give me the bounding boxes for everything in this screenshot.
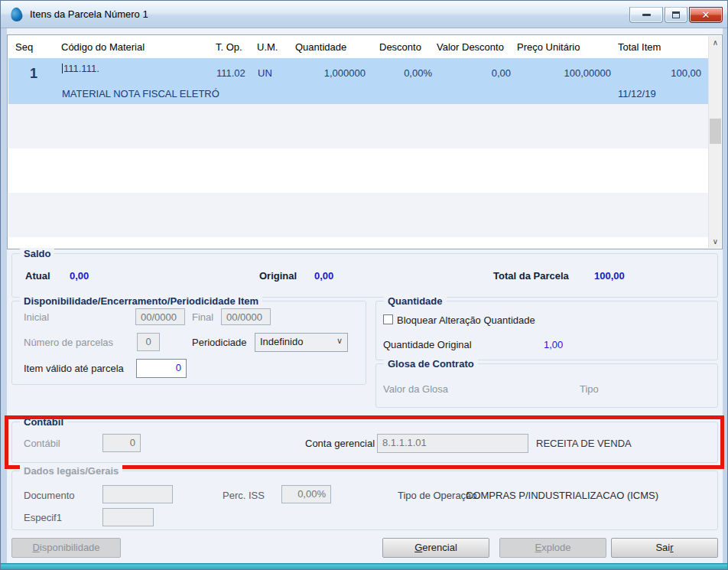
explode-button: Explode <box>499 538 606 558</box>
group-disponibilidade-title: Disponibilidade/Encerramento/Periodicida… <box>20 295 262 307</box>
sair-button[interactable]: Sair <box>611 538 718 558</box>
documento-label: Documento <box>24 490 74 501</box>
group-dados-legais-title: Dados legais/Gerais <box>20 465 122 477</box>
maximize-button[interactable] <box>665 7 687 23</box>
minimize-button[interactable] <box>629 7 663 23</box>
saldo-atual-value: 0,00 <box>70 270 89 282</box>
group-quantidade-title: Quantidade <box>384 295 447 307</box>
bloquear-checkbox-label: Bloquear Alteração Quantidade <box>397 314 535 326</box>
periodicidade-value: Indefinido <box>260 336 303 347</box>
empty-row <box>8 193 710 237</box>
cell-t-op: 111.02 <box>216 67 245 79</box>
especif1-input <box>102 508 154 526</box>
dialog-window: Itens da Parcela Número 1 ✕ Seq Código d… <box>0 0 728 570</box>
col-header-valor-desconto[interactable]: Valor Desconto <box>437 41 504 53</box>
cell-data: 11/12/19 <box>618 88 656 99</box>
disponibilidade-button: Disponibilidade <box>11 538 121 558</box>
saldo-total-label: Total da Parcela <box>493 270 569 282</box>
table-row-selected[interactable]: 1 111.111. 111.02 UN 1,000000 0,00% 0,00… <box>8 58 710 104</box>
num-parcelas-input: 0 <box>137 333 160 351</box>
saldo-original-value: 0,00 <box>314 270 333 282</box>
tipo-operacao-value: COMPRAS P/INDUSTRIALIZACAO (ICMS) <box>466 490 658 501</box>
window-frame-bottom <box>1 563 728 569</box>
col-header-codigo[interactable]: Código do Material <box>61 41 145 53</box>
scrollbar-thumb[interactable] <box>710 119 721 144</box>
item-valido-input[interactable]: 0 <box>136 359 187 378</box>
col-header-preco-unitario[interactable]: Preço Unitário <box>517 41 580 53</box>
periodicidade-combo[interactable]: Indefinido ∨ <box>255 333 348 352</box>
quantidade-original-label: Quantidade Original <box>383 339 472 350</box>
gerencial-button[interactable]: Gerencial <box>382 538 489 558</box>
text-caret <box>62 64 63 73</box>
final-label: Final <box>192 311 213 323</box>
scroll-down-icon[interactable]: ∨ <box>709 235 722 248</box>
especif1-label: Especif1 <box>24 512 62 523</box>
cell-valor-desconto: 0,00 <box>440 67 511 79</box>
saldo-original-label: Original <box>259 270 297 282</box>
group-quantidade: Quantidade <box>375 301 718 360</box>
periodicidade-label: Periodiciade <box>192 337 247 348</box>
inicial-label: Inicial <box>24 311 49 323</box>
vertical-scrollbar[interactable]: ∧ ∨ <box>708 36 721 248</box>
saldo-atual-label: Atual <box>25 270 50 282</box>
cell-seq: 1 <box>8 66 59 82</box>
inicial-input: 00/0000 <box>135 308 185 325</box>
cell-codigo: 111.111. <box>62 63 99 74</box>
minimize-icon <box>642 14 651 16</box>
cell-preco-unitario: 100,00000 <box>515 67 611 79</box>
col-header-seq[interactable]: Seq <box>15 41 33 53</box>
cell-total-item: 100,00 <box>605 67 701 79</box>
documento-input <box>102 485 173 503</box>
perc-iss-label: Perc. ISS <box>223 490 265 501</box>
chevron-down-icon: ∨ <box>336 336 343 346</box>
cell-quantidade: 1,000000 <box>289 67 366 79</box>
highlight-annotation <box>5 415 724 469</box>
saldo-total-value: 100,00 <box>594 270 625 282</box>
col-header-t-op[interactable]: T. Op. <box>216 41 242 53</box>
cell-desconto: 0,00% <box>375 67 432 79</box>
col-header-desconto[interactable]: Desconto <box>379 41 421 53</box>
title-bar[interactable]: Itens da Parcela Número 1 ✕ <box>1 1 728 28</box>
maximize-icon <box>672 11 680 18</box>
quantidade-original-value: 1,00 <box>544 339 563 350</box>
items-grid: Seq Código do Material T. Op. U.M. Quant… <box>7 34 723 249</box>
close-button[interactable]: ✕ <box>689 7 723 23</box>
bloquear-checkbox[interactable] <box>383 314 393 324</box>
cell-descricao: MATERIAL NOTA FISCAL ELETRÓ <box>62 88 219 99</box>
final-input: 00/0000 <box>221 308 271 325</box>
col-header-um[interactable]: U.M. <box>257 41 278 53</box>
group-glosa-title: Glosa de Contrato <box>384 358 478 370</box>
num-parcelas-label: Número de parcelas <box>24 337 113 348</box>
cell-um: UN <box>258 67 272 79</box>
col-header-total-item[interactable]: Total Item <box>618 41 661 53</box>
scroll-up-icon[interactable]: ∧ <box>709 36 722 49</box>
item-valido-label: Item válido até parcela <box>24 363 124 374</box>
col-header-quantidade[interactable]: Quantidade <box>295 41 346 53</box>
app-icon <box>9 6 24 22</box>
window-title: Itens da Parcela Número 1 <box>30 8 148 20</box>
empty-row <box>8 104 710 148</box>
valor-glosa-label: Valor da Glosa <box>383 383 448 395</box>
tipo-glosa-label: Tipo <box>580 383 599 395</box>
perc-iss-input: 0,00% <box>281 485 331 503</box>
close-icon: ✕ <box>702 9 710 21</box>
group-saldo-title: Saldo <box>20 248 54 259</box>
